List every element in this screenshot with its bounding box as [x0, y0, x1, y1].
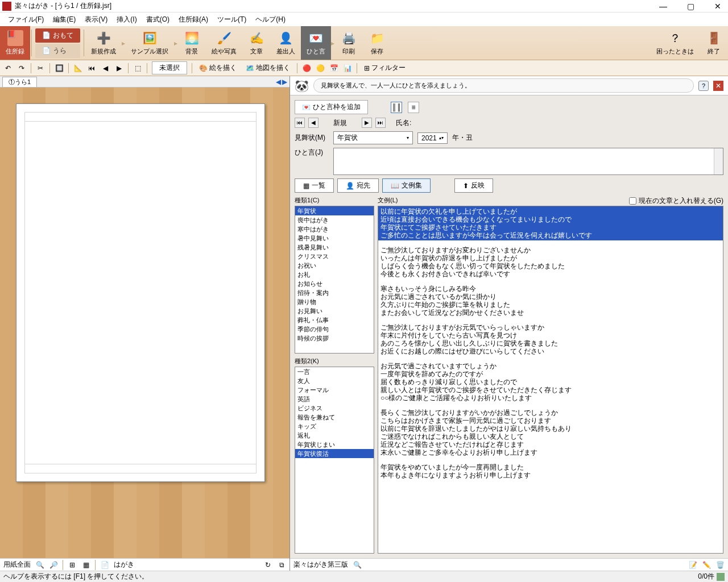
ribbon-hitokoto[interactable]: 💌ひと言 — [301, 26, 331, 60]
type1-item[interactable]: お祝い — [295, 261, 374, 270]
ribbon-picture[interactable]: 🖌️絵や写真 — [206, 26, 242, 60]
type2-item[interactable]: 友人 — [295, 376, 374, 385]
filter-button[interactable]: ⊞フィルター — [362, 62, 408, 74]
tab-list[interactable]: ▦一覧 — [295, 178, 334, 193]
type1-item[interactable]: 喪中はがき — [295, 215, 374, 225]
type2-item[interactable]: フォーマル — [295, 385, 374, 394]
nav-last[interactable]: ⏭ — [375, 118, 386, 128]
minimize-button[interactable]: — — [655, 2, 671, 11]
menu-format[interactable]: 書式(O) — [143, 14, 173, 26]
example-item[interactable]: お元気で過ごされていますでしょうか一度年賀状を辞めてみたのですが届く数もめっきり… — [378, 361, 723, 403]
orientation-icon[interactable]: 📄 — [100, 560, 109, 569]
type2-listbox[interactable]: 一言友人フォーマル英語ビジネス報告を兼ねてキッズ返礼年賀状じまい年賀状復活 — [295, 367, 374, 554]
tab-examples[interactable]: 📖文例集 — [382, 178, 431, 193]
close-button[interactable]: ✕ — [710, 2, 726, 11]
type2-item[interactable]: 一言 — [295, 367, 374, 376]
type2-item[interactable]: 年賀状じまい — [295, 440, 374, 449]
tool-b-icon[interactable]: 🟡 — [316, 64, 325, 73]
type2-item[interactable]: 英語 — [295, 394, 374, 404]
ribbon-print[interactable]: 🖨️印刷 — [334, 26, 363, 60]
menu-file[interactable]: ファイル(F) — [5, 14, 47, 26]
example-item[interactable]: 長らくご無沙汰しておりますがいかがお過ごしでしょうかこちらはおかげさまで家族一同… — [378, 408, 723, 458]
ribbon-help[interactable]: ？困ったときは — [651, 26, 700, 60]
menu-edit[interactable]: 編集(E) — [49, 14, 79, 26]
tool-a-icon[interactable]: 🔴 — [302, 64, 311, 73]
zoom-fit-icon[interactable]: 🔲 — [55, 64, 64, 73]
mimai-select[interactable]: 年賀状▾ — [333, 131, 413, 144]
prev-icon[interactable]: ◀ — [101, 64, 110, 73]
type1-listbox[interactable]: 年賀状喪中はがき寒中はがき暑中見舞い残暑見舞いクリスマスお祝いお礼お知らせ招待・… — [295, 206, 374, 354]
search-icon[interactable]: 🔍 — [353, 560, 362, 569]
ribbon-sample[interactable]: 🖼️サンプル選択 — [125, 26, 174, 60]
ribbon-sender[interactable]: 👤差出人 — [271, 26, 301, 60]
ribbon-save[interactable]: 📁保存 — [363, 26, 391, 60]
type1-item[interactable]: 寒中はがき — [295, 225, 374, 234]
map-button[interactable]: 🗺️地図を描く — [243, 62, 292, 74]
type2-item[interactable]: 年賀状復活 — [295, 449, 374, 458]
menu-addressbook[interactable]: 住所録(A) — [175, 14, 212, 26]
type1-item[interactable]: 招待・案内 — [295, 288, 374, 297]
type2-item[interactable]: 報告を兼ねて — [295, 413, 374, 422]
grid-icon[interactable]: ⊞ — [68, 560, 77, 569]
add-frame-button[interactable]: 💌ひと言枠を追加 — [295, 100, 368, 114]
tab-prev-icon[interactable]: ◀ — [276, 78, 281, 86]
nav-first[interactable]: ⏮ — [295, 118, 305, 128]
ribbon-exit[interactable]: 🚪終了 — [700, 26, 728, 60]
year-spinner[interactable]: 2021▴▾ — [417, 132, 448, 144]
draw-button[interactable]: 🎨絵を描く — [197, 62, 239, 74]
grid2-icon[interactable]: ▦ — [81, 560, 90, 569]
ribbon-ura[interactable]: 📄うら — [35, 44, 80, 58]
type1-item[interactable]: 暑中見舞い — [295, 234, 374, 243]
layout-h-button[interactable]: ≡ — [408, 102, 419, 113]
edit-icon[interactable]: ✏️ — [702, 560, 711, 569]
example-item[interactable]: 寒さもいっそう身にしみる昨今お元気に過ごされているか気に掛かり久方ぶりに年始のご… — [378, 284, 723, 318]
type1-item[interactable]: お見舞い — [295, 306, 374, 315]
rotate-cw-icon[interactable]: ↻ — [263, 560, 272, 569]
type1-item[interactable]: 時候の挨拶 — [295, 334, 374, 343]
redo-icon[interactable]: ↷ — [17, 64, 26, 73]
select-icon[interactable]: ⬚ — [133, 64, 142, 73]
menu-view[interactable]: 表示(V) — [81, 14, 111, 26]
example-item[interactable]: 年賀状をやめていましたが今一度再開しました本年もよき年になりますようお祈り申し上… — [378, 462, 723, 480]
menu-help[interactable]: ヘルプ(H) — [252, 14, 289, 26]
trash-icon[interactable]: 🗑️ — [715, 560, 725, 569]
type1-item[interactable]: クリスマス — [295, 252, 374, 261]
type1-item[interactable]: お礼 — [295, 270, 374, 279]
layout-v-button[interactable]: ║║ — [391, 102, 402, 113]
canvas[interactable] — [0, 88, 289, 558]
reflect-button[interactable]: ⬆反映 — [454, 178, 493, 193]
nav-next[interactable]: ▶ — [362, 118, 372, 128]
tab-dest[interactable]: 👤宛先 — [337, 178, 379, 193]
tab-next-icon[interactable]: ▶ — [282, 78, 287, 86]
type1-item[interactable]: 葬礼・仏事 — [295, 315, 374, 325]
cut-icon[interactable]: ✂ — [36, 64, 45, 73]
left-tab-ura1[interactable]: ①うら1 — [2, 77, 37, 87]
example-item[interactable]: 以前に年賀状の欠礼を申し上げていましたが近頃は直接お会いできる機会も少なくなって… — [378, 206, 723, 240]
zoom-in-icon[interactable]: 🔍 — [35, 560, 44, 569]
scrollbar[interactable] — [714, 148, 723, 174]
type1-item[interactable]: 残暑見舞い — [295, 243, 374, 252]
ribbon-text[interactable]: ✍️文章 — [242, 26, 271, 60]
undo-icon[interactable]: ↶ — [3, 64, 13, 73]
tool-d-icon[interactable]: 📊 — [343, 64, 352, 73]
tool-c-icon[interactable]: 📅 — [329, 64, 338, 73]
ribbon-new[interactable]: ➕新規作成 — [85, 26, 122, 60]
page-setup-icon[interactable]: 📐 — [73, 64, 82, 73]
type1-item[interactable]: 贈り物 — [295, 297, 374, 306]
menu-insert[interactable]: 挿入(I) — [113, 14, 140, 26]
panel-help-button[interactable]: ? — [698, 81, 709, 91]
type1-item[interactable]: お知らせ — [295, 279, 374, 288]
type1-item[interactable]: 年賀状 — [295, 206, 374, 215]
next-icon[interactable]: ▶ — [114, 64, 123, 73]
example-item[interactable]: ご無沙汰しておりますがお変わりございませんかいったんは年賀状の辞退を申し上げまし… — [378, 245, 723, 279]
panel-close-button[interactable]: ✕ — [713, 81, 723, 91]
type2-item[interactable]: ビジネス — [295, 404, 374, 413]
ribbon-omote[interactable]: 📄おもて — [35, 28, 80, 43]
maximize-button[interactable]: ▢ — [682, 2, 698, 11]
type2-item[interactable]: 返礼 — [295, 431, 374, 440]
ribbon-addressbook[interactable]: 📕 住所録 — [0, 26, 30, 60]
type1-item[interactable]: 季節の俳句 — [295, 325, 374, 334]
nav-prev[interactable]: ◀ — [308, 118, 318, 128]
example-item[interactable]: ご無沙汰しておりますがお元気でいらっしゃいますか年末に片付けをしていたら古い写真… — [378, 322, 723, 356]
type2-item[interactable]: キッズ — [295, 422, 374, 431]
